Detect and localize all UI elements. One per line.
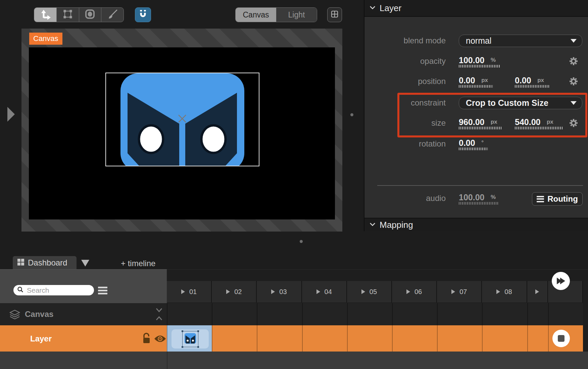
cue-number: 01: [189, 288, 197, 296]
layer-selection-rect[interactable]: [105, 73, 259, 166]
grid-line: [527, 303, 528, 325]
add-timeline-button[interactable]: + timeline: [121, 259, 155, 268]
opacity-unit: %: [491, 57, 496, 63]
media-thumbnail[interactable]: [172, 329, 209, 348]
sidebar-expand-arrow[interactable]: [7, 107, 15, 122]
panel-divider: [377, 185, 583, 186]
cue-button[interactable]: 01: [167, 281, 212, 302]
opacity-label: opacity: [364, 56, 446, 66]
position-label: position: [364, 77, 446, 86]
quad-edit-icon: [63, 9, 73, 20]
position-x-field[interactable]: 0.00 px: [459, 76, 488, 85]
play-icon: [535, 289, 539, 294]
play-icon: [316, 289, 320, 294]
cue-button[interactable]: 03: [257, 281, 302, 302]
grid-line: [212, 303, 212, 325]
cue-button[interactable]: 04: [302, 281, 347, 302]
rotation-slider[interactable]: [459, 148, 488, 150]
view-toggle-light[interactable]: Light: [276, 8, 317, 22]
cue-number: 03: [279, 288, 287, 296]
blend-mode-dropdown[interactable]: normal: [459, 35, 582, 47]
tab-dashboard[interactable]: Dashboard: [13, 256, 77, 270]
position-gear-button[interactable]: [569, 77, 578, 87]
audio-slider[interactable]: [459, 202, 499, 205]
stop-icon: [558, 335, 565, 342]
search-input[interactable]: [26, 286, 88, 295]
transform-tool-button[interactable]: [34, 8, 57, 22]
gear-icon: [569, 61, 578, 67]
chevron-down-icon: [370, 5, 376, 11]
audio-value: 100.00: [459, 193, 484, 202]
window-grid-icon: [331, 10, 339, 19]
position-y-unit: px: [537, 77, 544, 83]
cue-header: 0102030405060708: [167, 269, 588, 303]
grid-line: [302, 325, 303, 352]
position-y-slider[interactable]: [515, 85, 549, 88]
cue-button[interactable]: 06: [392, 281, 437, 302]
grid-line: [527, 325, 528, 352]
grid-line: [482, 303, 483, 325]
timeline-row-layer[interactable]: Layer: [0, 325, 588, 352]
audio-unit: %: [491, 194, 496, 200]
mask-tool-button[interactable]: [79, 8, 102, 22]
cue-button-partial[interactable]: [527, 281, 548, 302]
position-y-field[interactable]: 0.00 px: [515, 76, 544, 85]
play-icon: [271, 289, 275, 294]
opacity-value: 100.00: [459, 55, 484, 65]
quad-edit-tool-button[interactable]: [57, 8, 79, 22]
position-y-value: 0.00: [515, 76, 531, 85]
snap-magnet-button[interactable]: [135, 7, 151, 22]
canvas-tag: Canvas: [29, 33, 62, 45]
cue-number: 07: [459, 288, 467, 296]
splitter-handle-dot[interactable]: [350, 113, 353, 116]
audio-field[interactable]: 100.00 %: [459, 193, 496, 202]
grid-line: [167, 303, 167, 325]
opacity-field[interactable]: 100.00 %: [459, 55, 496, 65]
collapse-row-icon[interactable]: [156, 308, 162, 322]
grid-line: [392, 325, 393, 352]
cue-button[interactable]: 07: [437, 281, 482, 302]
timeline-media-cell-selected[interactable]: [167, 325, 212, 352]
timeline-row-canvas[interactable]: Canvas: [0, 303, 588, 325]
paint-brush-icon: [107, 8, 118, 21]
grid-line: [257, 303, 257, 325]
routing-button-label: Routing: [547, 194, 578, 204]
search-icon: [17, 286, 23, 294]
opacity-slider[interactable]: [459, 65, 500, 68]
routing-list-icon: [537, 196, 544, 202]
position-x-slider[interactable]: [459, 85, 493, 88]
layer-section-header[interactable]: Layer: [364, 0, 588, 17]
mapping-section-title: Mapping: [380, 220, 413, 230]
timeline-column-divider: [167, 352, 167, 369]
play-icon: [451, 289, 455, 294]
chevron-down-icon: [370, 222, 376, 228]
chevron-down-icon: [571, 39, 577, 43]
rotation-field[interactable]: 0.00 °: [459, 138, 484, 148]
play-icon: [496, 289, 500, 294]
cue-button[interactable]: 05: [347, 281, 392, 302]
view-toggle-canvas[interactable]: Canvas: [236, 8, 276, 22]
stop-button[interactable]: [552, 330, 570, 347]
app-window: Canvas Light Canvas: [0, 0, 588, 369]
cue-button[interactable]: 08: [482, 281, 527, 302]
eye-visibility-icon[interactable]: [154, 335, 166, 344]
splitter-handle-dot[interactable]: [300, 240, 303, 243]
canvas-row-label: Canvas: [25, 310, 53, 319]
opacity-gear-button[interactable]: [569, 57, 578, 67]
play-icon: [406, 289, 410, 294]
grid-line: [257, 325, 257, 352]
output-grid-button[interactable]: [327, 7, 342, 22]
paint-tool-button[interactable]: [101, 8, 124, 22]
fast-forward-button[interactable]: [552, 272, 570, 290]
cue-button[interactable]: 02: [212, 281, 257, 302]
thumbnail-selection-marquee: [182, 331, 198, 347]
list-menu-icon[interactable]: [98, 287, 107, 294]
audio-routing-button[interactable]: Routing: [532, 192, 583, 206]
tab-dropdown-caret[interactable]: [81, 260, 89, 266]
grid-line: [482, 325, 483, 352]
mapping-section-header[interactable]: Mapping: [364, 218, 588, 231]
audio-label: audio: [364, 194, 446, 203]
mask-icon: [85, 9, 95, 20]
cue-number: 04: [325, 288, 332, 296]
unlock-icon[interactable]: [142, 333, 151, 345]
